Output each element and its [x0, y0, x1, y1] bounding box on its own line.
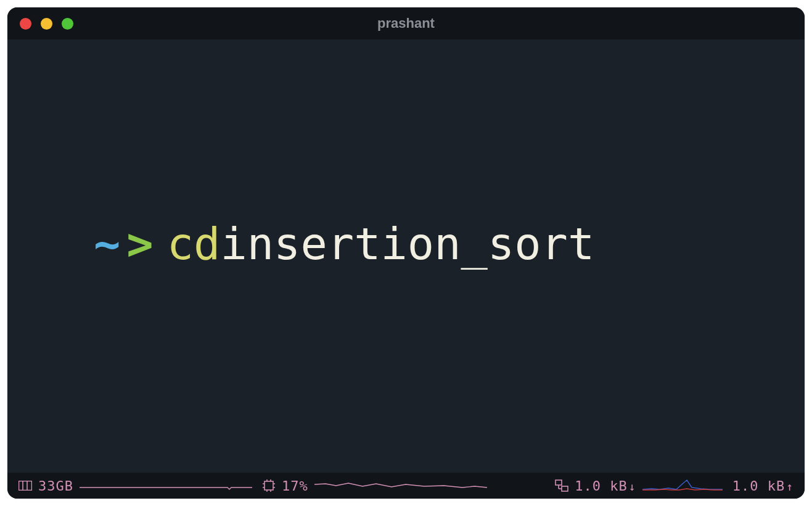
minimize-button[interactable] [41, 18, 52, 30]
net-sparkline [642, 478, 723, 494]
command-argument: insertion_sort [220, 218, 594, 270]
svg-rect-3 [265, 481, 273, 490]
up-arrow-icon: ↑ [786, 480, 794, 493]
svg-rect-0 [19, 481, 32, 491]
terminal-window: prashant ~ > cd insertion_sort 33GB [7, 7, 805, 499]
statusbar: 33GB 17% [7, 473, 805, 499]
prompt-path: ~ [94, 218, 120, 270]
prompt-indicator: > [126, 218, 153, 270]
prompt-line: ~ > cd insertion_sort [94, 218, 594, 270]
svg-rect-13 [562, 486, 568, 491]
net-up-value: 1.0 kB↑ [732, 478, 794, 494]
traffic-lights [20, 18, 73, 30]
maximize-button[interactable] [62, 18, 73, 30]
net-down-value: 1.0 kB↓ [575, 478, 636, 494]
cpu-value: 17% [282, 478, 308, 494]
cpu-sparkline [314, 478, 487, 494]
terminal-body[interactable]: ~ > cd insertion_sort [7, 39, 805, 473]
disk-value: 33GB [38, 478, 73, 494]
disk-icon [18, 481, 32, 491]
window-title: prashant [377, 15, 435, 31]
disk-stat: 33GB [18, 478, 252, 494]
svg-rect-12 [556, 480, 562, 485]
command-text: cd [167, 218, 221, 270]
cpu-stat: 17% [262, 478, 487, 494]
net-down-number: 1.0 kB [575, 478, 627, 494]
net-down-stat: 1.0 kB↓ [555, 478, 722, 494]
network-icon [555, 479, 568, 492]
cpu-icon [262, 479, 276, 492]
net-up-number: 1.0 kB [732, 478, 785, 494]
disk-sparkline [80, 478, 252, 494]
net-up-stat: 1.0 kB↑ [732, 478, 794, 494]
down-arrow-icon: ↓ [629, 480, 636, 493]
titlebar: prashant [7, 7, 805, 39]
close-button[interactable] [20, 18, 31, 30]
